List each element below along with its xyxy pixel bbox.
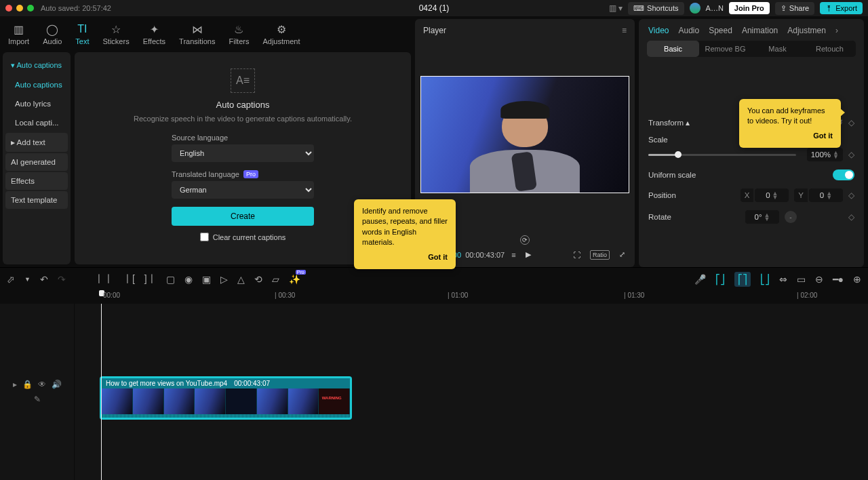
rotate-clip-icon[interactable]: ⟲	[254, 274, 262, 285]
ruler-tick: | 01:00	[448, 292, 468, 299]
time-ruler[interactable]: 00:00 | 00:30 | 01:00 | 01:30 | 02:00	[0, 290, 868, 304]
keyframe-icon[interactable]: ◇	[848, 118, 854, 127]
tab-stickers[interactable]: ☆Stickers	[96, 20, 136, 48]
snap-end-icon[interactable]: ⎣⎦	[760, 274, 770, 285]
position-keyframe-icon[interactable]: ◇	[848, 191, 854, 200]
sidenav-item-autolyrics[interactable]: Auto lyrics	[5, 95, 68, 113]
crop-icon[interactable]: ▱	[272, 274, 279, 285]
mic-icon[interactable]: 🎤	[694, 274, 706, 285]
track-visible-icon[interactable]: 👁	[38, 380, 46, 389]
crop-preview-icon[interactable]: ⛶	[570, 249, 583, 260]
sidenav-item-localcaptions[interactable]: Local capti...	[5, 114, 68, 132]
player-title: Player	[423, 26, 446, 35]
scale-slider[interactable]	[648, 154, 796, 156]
nest-icon[interactable]: ▣	[202, 274, 211, 285]
window-controls[interactable]	[5, 5, 34, 12]
position-x-input[interactable]: 0▲▼	[755, 188, 789, 202]
source-language-select[interactable]: English	[172, 144, 314, 162]
mirror-icon[interactable]: △	[237, 274, 245, 285]
document-title: 0424 (1)	[419, 3, 450, 13]
track-lock-icon[interactable]: 🔒	[22, 380, 33, 389]
sync-icon[interactable]: ⟳	[520, 235, 530, 245]
clear-captions-checkbox[interactable]	[200, 233, 209, 241]
playhead-line[interactable]	[101, 304, 102, 480]
proptab-animation[interactable]: Animation	[742, 26, 778, 35]
tab-import[interactable]: ▥Import	[1, 20, 36, 48]
delete-icon[interactable]: ▢	[166, 274, 175, 285]
zoom-slider[interactable]: ━●	[833, 274, 844, 285]
effects-icon: ✦	[148, 23, 160, 35]
play-segment-icon[interactable]: ▷	[220, 274, 228, 285]
pointer-dropdown-icon[interactable]: ▼	[24, 276, 31, 283]
audio-icon: ◯	[46, 23, 58, 35]
tooltip-gotit-button[interactable]: Got it	[747, 131, 833, 141]
sidenav-group-autocaptions[interactable]: ▾ Auto captions	[5, 56, 68, 75]
avatar[interactable]	[690, 3, 701, 14]
export-button[interactable]: ⭱ Export	[820, 2, 863, 14]
translated-language-select[interactable]: German	[172, 181, 314, 199]
pointer-tool-icon[interactable]: ⬀	[7, 274, 15, 285]
rotate-input[interactable]: 0°▲▼	[745, 210, 779, 224]
zoom-in-icon[interactable]: ⊕	[853, 274, 861, 285]
list-icon[interactable]: ≡	[509, 249, 518, 260]
proptab-adjustment[interactable]: Adjustmen	[787, 26, 826, 35]
proptab-audio[interactable]: Audio	[678, 26, 699, 35]
rotate-dial[interactable]: -	[785, 211, 797, 223]
tab-filters[interactable]: ♨Filters	[222, 20, 256, 48]
proptab-video[interactable]: Video	[648, 26, 669, 35]
zoom-out-icon[interactable]: ⊖	[815, 274, 823, 285]
link-icon[interactable]: ⇔	[779, 274, 787, 285]
panel-heading: Auto captions	[216, 100, 270, 110]
edit-track-icon[interactable]: ✎	[34, 395, 41, 404]
sidenav-item-aigenerated[interactable]: AI generated	[5, 153, 68, 171]
scale-keyframe-icon[interactable]: ◇	[848, 150, 854, 159]
preview-icon[interactable]: ▭	[797, 274, 806, 285]
shortcuts-button[interactable]: ⌨ Shortcuts	[628, 2, 684, 15]
tab-audio[interactable]: ◯Audio	[36, 20, 68, 48]
trim-right-icon[interactable]: ]〡	[144, 273, 157, 285]
tab-transitions[interactable]: ⋈Transitions	[172, 20, 222, 48]
subtab-retouch[interactable]: Retouch	[804, 41, 856, 57]
subtab-removebg[interactable]: Remove BG	[699, 41, 751, 57]
sidenav-item-effects[interactable]: Effects	[5, 172, 68, 190]
uniform-scale-toggle[interactable]	[833, 169, 854, 180]
tab-text[interactable]: TIText	[68, 20, 96, 48]
video-clip[interactable]: How to get more views on YouTube.mp400:0…	[100, 377, 351, 419]
sidenav-item-autocaptions[interactable]: Auto captions	[5, 76, 68, 94]
split-icon[interactable]: 〡〡	[94, 273, 113, 285]
magnet-icon[interactable]: ⎡⎤	[734, 272, 751, 287]
track-mute-icon[interactable]: 🔊	[52, 380, 62, 389]
sidenav-item-texttemplate[interactable]: Text template	[5, 191, 68, 209]
tab-effects[interactable]: ✦Effects	[136, 20, 172, 48]
fullscreen-icon[interactable]: ⤢	[616, 249, 628, 260]
tab-adjustment[interactable]: ⚙Adjustment	[256, 20, 307, 48]
subtab-basic[interactable]: Basic	[647, 41, 699, 57]
track-expand-icon[interactable]: ▸	[13, 380, 17, 389]
adjustment-icon: ⚙	[275, 23, 288, 35]
layout-icon[interactable]: ▥ ▾	[609, 3, 623, 13]
keyframe-tooltip: You can add keyframes to videos. Try it …	[739, 99, 841, 148]
ratio-button[interactable]: Ratio	[590, 250, 610, 260]
ai-tool-icon[interactable]: ✨	[289, 274, 300, 285]
marker-icon[interactable]: ◉	[184, 274, 193, 285]
share-button[interactable]: ⇪ Share	[775, 2, 814, 15]
position-y-input[interactable]: 0▲▼	[809, 188, 843, 202]
undo-icon[interactable]: ↶	[40, 274, 48, 285]
play-button[interactable]: ▶	[523, 249, 534, 260]
trim-left-icon[interactable]: 〡[	[123, 273, 135, 285]
join-pro-button[interactable]: Join Pro	[729, 2, 770, 14]
player-menu-icon[interactable]: ≡	[622, 26, 627, 35]
proptab-speed[interactable]: Speed	[709, 26, 732, 35]
proptab-more-icon[interactable]: ›	[835, 26, 838, 35]
subtab-mask[interactable]: Mask	[751, 41, 804, 57]
create-button[interactable]: Create	[172, 207, 314, 226]
snap-start-icon[interactable]: ⎡⎦	[715, 274, 725, 285]
tooltip-gotit-button[interactable]: Got it	[362, 252, 448, 262]
scale-value[interactable]: 100%▲▼	[807, 148, 843, 161]
user-label: A…N	[706, 4, 724, 12]
transitions-icon: ⋈	[191, 23, 203, 35]
redo-icon[interactable]: ↷	[58, 274, 66, 285]
rotate-keyframe-icon[interactable]: ◇	[848, 212, 854, 222]
video-preview[interactable]	[420, 76, 629, 193]
sidenav-group-addtext[interactable]: ▸ Add text	[5, 133, 68, 152]
